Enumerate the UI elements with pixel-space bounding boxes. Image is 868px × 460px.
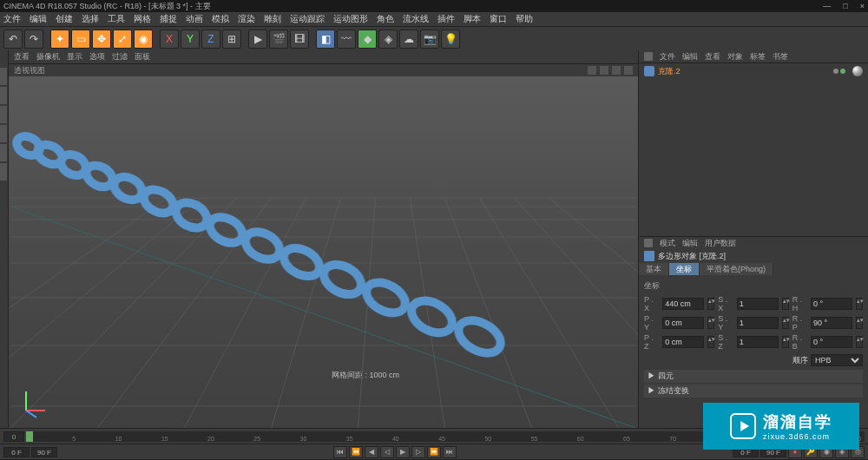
objtab-file[interactable]: 文件 bbox=[660, 51, 675, 62]
menu-mesh[interactable]: 网格 bbox=[134, 13, 151, 25]
menu-sculpt[interactable]: 雕刻 bbox=[264, 13, 281, 25]
mode-poly-button[interactable] bbox=[0, 144, 7, 161]
vp-display[interactable]: 显示 bbox=[67, 51, 82, 62]
sy-spin[interactable]: ▴▾ bbox=[782, 317, 789, 329]
objtab-view[interactable]: 查看 bbox=[705, 51, 720, 62]
menu-script[interactable]: 脚本 bbox=[464, 13, 481, 25]
order-select[interactable]: HPB bbox=[811, 354, 863, 366]
quaternion-section[interactable]: ▶ 四元 bbox=[644, 370, 863, 383]
phong-tag-icon[interactable] bbox=[852, 66, 863, 76]
timeline-start[interactable]: 0 bbox=[3, 431, 24, 442]
objtab-tag[interactable]: 标签 bbox=[750, 51, 766, 62]
menu-select[interactable]: 选择 bbox=[82, 13, 99, 25]
menu-plugins[interactable]: 插件 bbox=[437, 13, 455, 25]
object-manager[interactable]: 克隆.2 bbox=[639, 62, 868, 237]
mode-edge-button[interactable] bbox=[0, 125, 7, 142]
sx-input[interactable] bbox=[737, 298, 779, 310]
mode-texture-button[interactable] bbox=[0, 163, 7, 181]
add-deformer-button[interactable]: ◈ bbox=[378, 30, 398, 49]
menu-help[interactable]: 帮助 bbox=[516, 13, 533, 25]
px-spin[interactable]: ▴▾ bbox=[707, 298, 714, 310]
attr-mode[interactable]: 模式 bbox=[660, 238, 675, 249]
sx-spin[interactable]: ▴▾ bbox=[782, 298, 789, 310]
window-max[interactable]: □ bbox=[843, 0, 847, 12]
object-row[interactable]: 克隆.2 bbox=[639, 63, 868, 79]
window-min[interactable]: — bbox=[823, 0, 831, 12]
py-input[interactable] bbox=[662, 317, 704, 329]
add-primitive-button[interactable]: ◧ bbox=[316, 30, 335, 49]
menu-mograph[interactable]: 运动图形 bbox=[333, 13, 368, 25]
rp-input[interactable] bbox=[811, 317, 852, 329]
sz-input[interactable] bbox=[737, 336, 779, 348]
menu-simulate[interactable]: 模拟 bbox=[212, 13, 229, 25]
axis-z-button[interactable]: Z bbox=[201, 30, 220, 49]
subtab-basic[interactable]: 基本 bbox=[639, 263, 669, 275]
subtab-phong[interactable]: 平滑着色(Phong) bbox=[700, 263, 773, 275]
render-settings-button[interactable]: 🎞 bbox=[290, 30, 309, 49]
undo-button[interactable]: ↶ bbox=[3, 30, 23, 49]
next-frame-button[interactable]: ▷ bbox=[411, 446, 425, 458]
add-spline-button[interactable]: 〰 bbox=[337, 30, 356, 49]
vp-pan-icon[interactable] bbox=[600, 66, 608, 75]
vp-panel[interactable]: 面板 bbox=[135, 51, 150, 62]
py-spin[interactable]: ▴▾ bbox=[707, 317, 714, 329]
window-close[interactable]: × bbox=[860, 0, 865, 12]
px-input[interactable] bbox=[662, 298, 704, 310]
vp-zoom-icon[interactable] bbox=[612, 66, 621, 75]
goto-end-button[interactable]: ⏭ bbox=[443, 446, 457, 458]
rotate-button[interactable]: ◉ bbox=[134, 30, 153, 49]
sy-input[interactable] bbox=[737, 317, 779, 329]
redo-button[interactable]: ↷ bbox=[24, 30, 43, 49]
mode-model-button[interactable] bbox=[0, 68, 7, 85]
vis-editor-dot[interactable] bbox=[833, 69, 838, 74]
vp-layout-icon[interactable] bbox=[624, 66, 633, 75]
objtab-bookmark[interactable]: 书签 bbox=[773, 51, 788, 62]
select-live-button[interactable]: ✦ bbox=[50, 30, 69, 49]
attr-edit[interactable]: 编辑 bbox=[682, 238, 698, 249]
menu-pipeline[interactable]: 流水线 bbox=[403, 13, 429, 25]
vp-filter[interactable]: 过滤 bbox=[112, 51, 128, 62]
viewport-3d[interactable]: 网格间距 : 1000 cm bbox=[9, 76, 638, 428]
play-back-button[interactable]: ◁ bbox=[380, 446, 394, 458]
mode-point-button[interactable] bbox=[0, 106, 7, 123]
axis-x-button[interactable]: X bbox=[160, 30, 179, 49]
add-generator-button[interactable]: ◆ bbox=[358, 30, 377, 49]
coord-sys-button[interactable]: ⊞ bbox=[222, 30, 241, 49]
menu-edit[interactable]: 编辑 bbox=[30, 13, 47, 25]
add-environment-button[interactable]: ☁ bbox=[399, 30, 418, 49]
menu-tools[interactable]: 工具 bbox=[108, 13, 125, 25]
vis-render-dot[interactable] bbox=[840, 69, 845, 74]
prev-frame-button[interactable]: ◀ bbox=[365, 446, 378, 458]
goto-start-button[interactable]: ⏮ bbox=[333, 446, 347, 458]
rh-spin[interactable]: ▴▾ bbox=[856, 298, 863, 310]
subtab-coord[interactable]: 坐标 bbox=[669, 263, 700, 275]
playhead[interactable] bbox=[26, 431, 33, 442]
play-button[interactable]: ▶ bbox=[396, 446, 410, 458]
menu-create[interactable]: 创建 bbox=[56, 13, 73, 25]
menu-render[interactable]: 渲染 bbox=[238, 13, 255, 25]
menu-animate[interactable]: 动画 bbox=[186, 13, 203, 25]
add-light-button[interactable]: 💡 bbox=[441, 30, 460, 49]
menu-window[interactable]: 窗口 bbox=[490, 13, 507, 25]
rb-spin[interactable]: ▴▾ bbox=[856, 336, 863, 348]
sz-spin[interactable]: ▴▾ bbox=[782, 336, 789, 348]
render-pv-button[interactable]: 🎬 bbox=[269, 30, 288, 49]
pz-input[interactable] bbox=[662, 336, 704, 348]
select-rect-button[interactable]: ▭ bbox=[71, 30, 90, 49]
move-button[interactable]: ✥ bbox=[92, 30, 111, 49]
vp-options[interactable]: 选项 bbox=[89, 51, 105, 62]
menu-character[interactable]: 角色 bbox=[377, 13, 394, 25]
vp-camera[interactable]: 摄像机 bbox=[36, 51, 60, 62]
axis-y-button[interactable]: Y bbox=[181, 30, 200, 49]
frame-out-input[interactable]: 90 F bbox=[31, 447, 57, 457]
render-view-button[interactable]: ▶ bbox=[248, 30, 267, 49]
rp-spin[interactable]: ▴▾ bbox=[856, 317, 863, 329]
pz-spin[interactable]: ▴▾ bbox=[707, 336, 714, 348]
objtab-edit[interactable]: 编辑 bbox=[682, 51, 698, 62]
menu-motiontrack[interactable]: 运动跟踪 bbox=[290, 13, 325, 25]
vp-nav-icon[interactable] bbox=[588, 66, 596, 75]
vp-view[interactable]: 查看 bbox=[14, 51, 30, 62]
mode-object-button[interactable] bbox=[0, 87, 7, 104]
scale-button[interactable]: ⤢ bbox=[113, 30, 132, 49]
attr-userdata[interactable]: 用户数据 bbox=[705, 238, 736, 249]
